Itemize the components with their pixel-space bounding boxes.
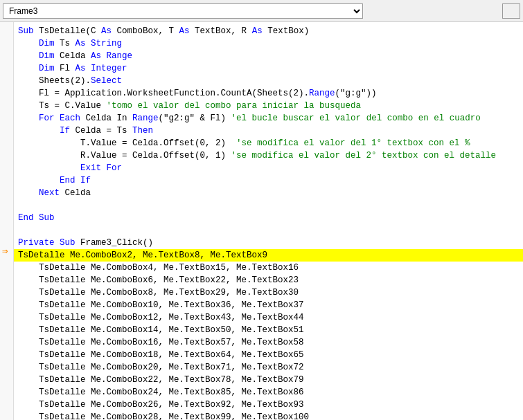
code-line: TsDetalle Me.ComboBox26, Me.TextBox92, M… xyxy=(14,399,523,411)
code-line: Private Sub Frame3_Click() xyxy=(14,237,523,249)
code-line: TsDetalle Me.ComboBox10, Me.TextBox36, M… xyxy=(14,299,523,311)
code-line: TsDetalle Me.ComboBox28, Me.TextBox99, M… xyxy=(14,411,523,420)
code-line: For Each Celda In Range("g2:g" & Fl) 'el… xyxy=(14,112,523,125)
toolbar-right xyxy=(502,3,520,19)
code-line: R.Value = Celda.Offset(0, 1) 'se modific… xyxy=(14,149,523,162)
code-line: Exit For xyxy=(14,162,523,174)
click-button[interactable] xyxy=(502,3,520,19)
code-line: TsDetalle Me.ComboBox20, Me.TextBox71, M… xyxy=(14,361,523,374)
code-line xyxy=(14,224,523,237)
gutter: ⇒ xyxy=(0,22,14,420)
code-line: TsDetalle Me.ComboBox2, Me.TextBox8, Me.… xyxy=(14,249,523,262)
code-line: Dim Ts As String xyxy=(14,37,523,50)
code-line: Dim Fl As Integer xyxy=(14,62,523,75)
code-line: Ts = C.Value 'tomo el valor del combo pa… xyxy=(14,100,523,112)
code-line: TsDetalle Me.ComboBox4, Me.TextBox15, Me… xyxy=(14,262,523,274)
code-line: TsDetalle Me.ComboBox8, Me.TextBox29, Me… xyxy=(14,286,523,299)
code-line: Dim Celda As Range xyxy=(14,50,523,62)
toolbar-left: Frame3 xyxy=(3,3,502,19)
code-line: TsDetalle Me.ComboBox18, Me.TextBox64, M… xyxy=(14,349,523,361)
code-line: TsDetalle Me.ComboBox24, Me.TextBox85, M… xyxy=(14,386,523,399)
code-area: ⇒ Sub TsDetalle(C As ComboBox, T As Text… xyxy=(0,22,523,420)
code-line xyxy=(14,199,523,212)
toolbar: Frame3 xyxy=(0,0,523,22)
code-line: Fl = Application.WorksheetFunction.Count… xyxy=(14,87,523,100)
code-line: TsDetalle Me.ComboBox6, Me.TextBox22, Me… xyxy=(14,274,523,286)
code-lines[interactable]: Sub TsDetalle(C As ComboBox, T As TextBo… xyxy=(14,22,523,420)
code-line: TsDetalle Me.ComboBox12, Me.TextBox43, M… xyxy=(14,311,523,324)
code-line: T.Value = Celda.Offset(0, 2) 'se modific… xyxy=(14,137,523,149)
frame-select[interactable]: Frame3 xyxy=(3,3,363,19)
code-line: If Celda = Ts Then xyxy=(14,125,523,137)
code-line: TsDetalle Me.ComboBox14, Me.TextBox50, M… xyxy=(14,324,523,336)
code-line: End If xyxy=(14,174,523,187)
code-line: End Sub xyxy=(14,212,523,224)
code-line: Sheets(2).Select xyxy=(14,75,523,87)
code-line: TsDetalle Me.ComboBox22, Me.TextBox78, M… xyxy=(14,374,523,386)
arrow-indicator: ⇒ xyxy=(2,245,8,257)
code-line: Sub TsDetalle(C As ComboBox, T As TextBo… xyxy=(14,25,523,37)
code-line: Next Celda xyxy=(14,187,523,199)
code-line: TsDetalle Me.ComboBox16, Me.TextBox57, M… xyxy=(14,336,523,349)
